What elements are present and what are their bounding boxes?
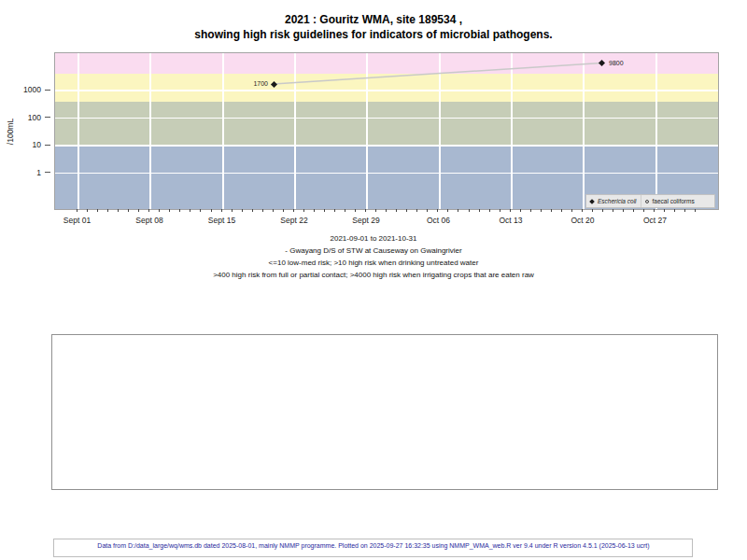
- open-circle-icon: [645, 200, 649, 203]
- chart-title: 2021 : Gouritz WMA, site 189534 , showin…: [0, 12, 747, 42]
- x-tick-sept29: Sept 29: [338, 216, 394, 225]
- footer-text: Data from D:/data_large/wq/wms.db dated …: [0, 542, 747, 549]
- x-tick-oct06: Oct 06: [411, 216, 467, 225]
- chart-page: 2021 : Gouritz WMA, site 189534 , showin…: [0, 0, 747, 560]
- x-tick-sept15: Sept 15: [194, 216, 250, 225]
- caption-guideline-drinking: <=10 low-med risk; >10 high risk when dr…: [0, 257, 747, 269]
- legend: Eschericia coli faecal coliforms: [585, 194, 715, 208]
- x-axis-ticks: [77, 209, 698, 212]
- y-tick-10: 10: [11, 140, 41, 149]
- chart-title-line2: showing high risk guidelines for indicat…: [0, 27, 747, 42]
- x-tick-oct27: Oct 27: [627, 216, 684, 225]
- y-tick-mark: [45, 145, 50, 146]
- legend-label-faecal: faecal coliforms: [653, 198, 695, 204]
- chart-caption: 2021-09-01 to 2021-10-31 - Gwayang D/S o…: [0, 232, 747, 281]
- y-tick-mark: [45, 90, 50, 91]
- caption-guideline-contact: >400 high risk from full or partial cont…: [0, 269, 747, 281]
- y-tick-1: 1: [11, 168, 41, 177]
- legend-item-ecoli: Eschericia coli: [586, 195, 641, 207]
- x-tick-sept01: Sept 01: [49, 216, 106, 225]
- y-tick-1000: 1000: [11, 85, 41, 94]
- x-tick-oct20: Oct 20: [555, 216, 611, 225]
- data-point-label: 1700: [246, 80, 268, 87]
- caption-site-name: - Gwayang D/S of STW at Causeway on Gwai…: [0, 245, 747, 257]
- x-tick-sept08: Sept 08: [121, 216, 177, 225]
- legend-item-faecal: faecal coliforms: [641, 195, 698, 207]
- x-tick-sept22: Sept 22: [266, 216, 322, 225]
- empty-panel: [51, 334, 718, 490]
- plot-area: 1700 9800 Eschericia coli faecal colifor…: [54, 52, 719, 210]
- x-tick-oct13: Oct 13: [483, 216, 539, 225]
- y-tick-100: 100: [11, 113, 41, 122]
- legend-label-ecoli: Eschericia coli: [598, 198, 637, 204]
- filled-diamond-icon: [589, 199, 595, 204]
- y-tick-mark: [45, 117, 50, 118]
- data-point-label: 9800: [609, 60, 624, 66]
- trend-line: [55, 53, 718, 209]
- caption-date-range: 2021-09-01 to 2021-10-31: [0, 232, 747, 245]
- chart-title-line1: 2021 : Gouritz WMA, site 189534 ,: [0, 12, 747, 27]
- y-tick-mark: [45, 172, 50, 173]
